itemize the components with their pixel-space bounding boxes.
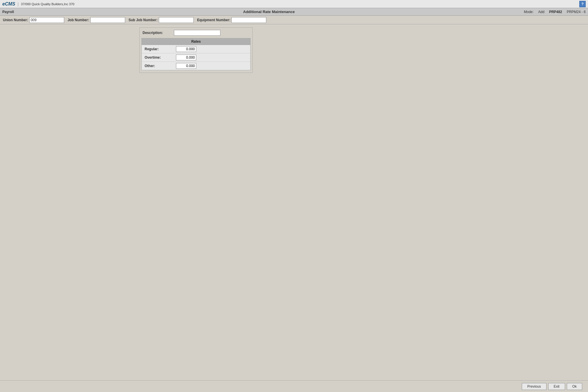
job-number-label: Job Number: <box>68 18 89 22</box>
regular-input[interactable] <box>176 46 196 52</box>
sub-job-number-group: Sub Job Number: <box>129 17 194 23</box>
help-button[interactable]: ? <box>579 1 586 7</box>
fields-bar: Union Number: Job Number: Sub Job Number… <box>0 16 588 24</box>
mode-value: Add <box>538 10 544 14</box>
overtime-input[interactable] <box>176 55 196 60</box>
union-number-input[interactable] <box>29 17 64 23</box>
rates-section: Rates Regular: Overtime: Other: <box>141 38 251 70</box>
title-bar: eCMS | 37/000 Quick Quality Builders,Inc… <box>0 0 588 8</box>
other-input[interactable] <box>176 63 196 69</box>
module-label: Payroll <box>2 10 14 14</box>
form-num: PRPM24 - 6 <box>567 10 586 14</box>
equipment-number-group: Equipment Number: <box>197 17 267 23</box>
exit-button[interactable]: Exit <box>548 383 565 390</box>
sub-job-number-input[interactable] <box>159 17 194 23</box>
other-label: Other: <box>145 64 174 68</box>
ok-button[interactable]: Ok <box>567 383 582 390</box>
description-label: Description: <box>143 31 172 35</box>
bottom-bar: Previous Exit Ok <box>0 380 588 392</box>
overtime-rate-row: Overtime: <box>142 53 250 62</box>
description-input[interactable] <box>174 30 220 36</box>
title-separator: | <box>17 2 19 6</box>
previous-button[interactable]: Previous <box>522 383 546 390</box>
mode-label: Mode: <box>524 10 533 14</box>
main-content: Description: Rates Regular: Overtime: Ot… <box>0 24 588 392</box>
rates-panel: Description: Rates Regular: Overtime: Ot… <box>139 27 253 73</box>
rates-header: Rates <box>142 38 250 45</box>
regular-label: Regular: <box>145 47 174 51</box>
header-bar: Payroll Additional Rate Maintenance Mode… <box>0 8 588 16</box>
equipment-number-input[interactable] <box>231 17 266 23</box>
form-id: PRP482 <box>549 10 562 14</box>
union-number-group: Union Number: <box>3 17 64 23</box>
union-number-label: Union Number: <box>3 18 28 22</box>
job-number-group: Job Number: <box>68 17 125 23</box>
description-row: Description: <box>140 28 252 38</box>
page-title: Additional Rate Maintenance <box>19 10 519 14</box>
other-rate-row: Other: <box>142 62 250 70</box>
sub-job-number-label: Sub Job Number: <box>129 18 158 22</box>
equipment-number-label: Equipment Number: <box>197 18 231 22</box>
company-info: 37/000 Quick Quality Builders,Inc 370 <box>21 2 74 6</box>
regular-rate-row: Regular: <box>142 45 250 53</box>
overtime-label: Overtime: <box>145 55 174 60</box>
job-number-input[interactable] <box>90 17 125 23</box>
app-logo: eCMS <box>2 1 15 7</box>
